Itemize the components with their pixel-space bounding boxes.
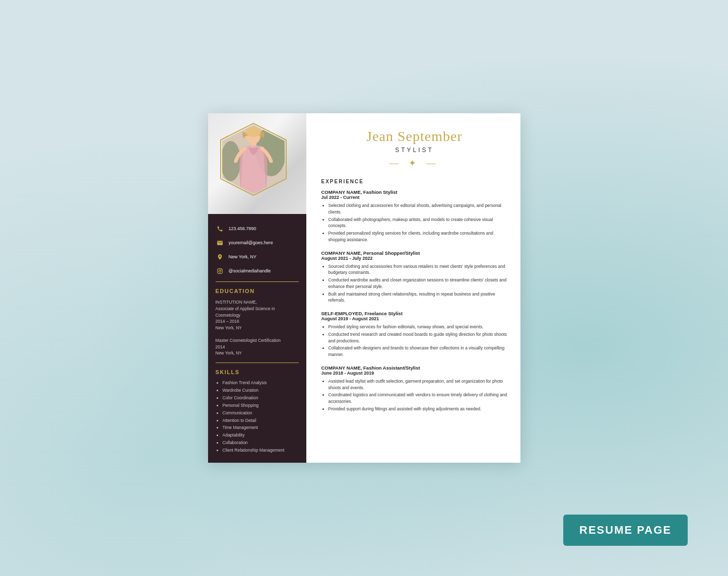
bullet: Selected clothing and accessories for ed… — [328, 202, 508, 215]
skill-item: Wardrobe Curation — [223, 388, 299, 394]
social-text: @socialmediahandle — [229, 268, 271, 273]
job-bullets-1: Selected clothing and accessories for ed… — [321, 202, 508, 243]
edu-years-2: 2014 — [216, 344, 299, 350]
job-block-2: COMPANY NAME, Personal Shopper/Stylist A… — [321, 250, 508, 304]
bullet: Conducted wardrobe audits and closet org… — [328, 277, 508, 290]
skill-item: Time Management — [223, 425, 299, 431]
skills-title: SKILLS — [216, 369, 299, 375]
resume-header: Jean September STYLIST — ✦ — — [321, 128, 508, 169]
svg-point-5 — [221, 141, 241, 181]
resume-document: 123.456.7890 youremail@goes.here New Yor… — [208, 113, 520, 463]
contact-location: New York, NY — [216, 252, 299, 261]
photo-area — [208, 113, 306, 214]
job-dates-2: August 2021 - July 2022 — [321, 256, 508, 261]
edu-years-1: 2014 – 2016 — [216, 318, 299, 325]
hexagon-frame — [216, 121, 291, 199]
bullet: Provided personalized styling services f… — [328, 230, 508, 243]
bullet: Coordinated logistics and communicated w… — [328, 392, 508, 405]
location-icon — [216, 252, 225, 261]
job-bullets-3: Provided styling services for fashion ed… — [321, 324, 508, 358]
education-title: EDUCATION — [216, 288, 299, 294]
bullet: Provided styling services for fashion ed… — [328, 324, 508, 330]
contact-email: youremail@goes.here — [216, 238, 299, 247]
skill-item: Color Coordination — [223, 395, 299, 401]
skill-item: Collaboration — [223, 440, 299, 446]
job-company-3: SELF-EMPLOYED, Freelance Stylist — [321, 311, 508, 316]
sidebar: 123.456.7890 youremail@goes.here New Yor… — [208, 113, 306, 463]
bullet: Collaborated with photographers, makeup … — [328, 217, 508, 230]
skill-item: Fashion Trend Analysis — [223, 380, 299, 386]
email-icon — [216, 238, 225, 247]
skill-item: Personal Shopping — [223, 403, 299, 409]
bullet: Conducted trend research and created moo… — [328, 331, 508, 344]
job-company-1: COMPANY NAME, Fashion Stylist — [321, 189, 508, 195]
ornament-decoration: — ✦ — — [321, 158, 508, 169]
skill-item: Communication — [223, 410, 299, 416]
candidate-name: Jean September — [321, 128, 508, 145]
social-icon — [216, 266, 225, 275]
edu-institution-1: INSTITUTION NAME, — [216, 299, 299, 306]
bullet: Provided support during fittings and ass… — [328, 406, 508, 412]
bullet: Collaborated with designers and brands t… — [328, 345, 508, 358]
bullet: Sourced clothing and accessories from va… — [328, 263, 508, 276]
job-bullets-2: Sourced clothing and accessories from va… — [321, 263, 508, 304]
edu-location-2: New York, NY — [216, 350, 299, 356]
job-company-2: COMPANY NAME, Personal Shopper/Stylist — [321, 250, 508, 256]
edu-location-1: New York, NY — [216, 325, 299, 331]
phone-text: 123.456.7890 — [229, 226, 256, 231]
contact-phone: 123.456.7890 — [216, 224, 299, 233]
bullet: Assisted lead stylist with outfit select… — [328, 378, 508, 391]
divider-1 — [216, 281, 299, 282]
job-company-4: COMPANY NAME, Fashion Assistant/Stylist — [321, 365, 508, 371]
sidebar-info: 123.456.7890 youremail@goes.here New Yor… — [208, 214, 306, 463]
location-text: New York, NY — [229, 254, 257, 259]
skills-list: Fashion Trend Analysis Wardrobe Curation… — [216, 380, 299, 454]
education-entry-2: Master Cosmetologist Certification 2014 … — [216, 337, 299, 356]
edu-degree-1: Associate of Applied Science in Cosmetol… — [216, 306, 299, 319]
job-dates-4: June 2018 - August 2019 — [321, 371, 508, 376]
job-block-1: COMPANY NAME, Fashion Stylist Jul 2022 -… — [321, 189, 508, 243]
edu-degree-2: Master Cosmetologist Certification — [216, 337, 299, 344]
phone-icon — [216, 224, 225, 233]
skill-item: Client Relationship Management — [223, 448, 299, 454]
skill-item: Adaptability — [223, 433, 299, 439]
main-content: Jean September STYLIST — ✦ — EXPERIENCE … — [306, 113, 520, 463]
email-text: youremail@goes.here — [229, 240, 273, 245]
skill-item: Attention to Detail — [223, 418, 299, 424]
job-dates-3: August 2019 - August 2021 — [321, 316, 508, 321]
resume-page-badge: RESUME PAGE — [563, 515, 688, 546]
job-bullets-4: Assisted lead stylist with outfit select… — [321, 378, 508, 412]
contact-social: @socialmediahandle — [216, 266, 299, 275]
svg-point-7 — [246, 127, 261, 137]
education-entry-1: INSTITUTION NAME, Associate of Applied S… — [216, 299, 299, 331]
candidate-title: STYLIST — [321, 147, 508, 154]
bullet: Built and maintained strong client relat… — [328, 291, 508, 304]
badge-label: RESUME PAGE — [579, 524, 672, 536]
experience-section-title: EXPERIENCE — [321, 179, 508, 184]
divider-2 — [216, 363, 299, 363]
job-block-4: COMPANY NAME, Fashion Assistant/Stylist … — [321, 365, 508, 412]
job-block-3: SELF-EMPLOYED, Freelance Stylist August … — [321, 311, 508, 358]
job-dates-1: Jul 2022 - Current — [321, 195, 508, 200]
